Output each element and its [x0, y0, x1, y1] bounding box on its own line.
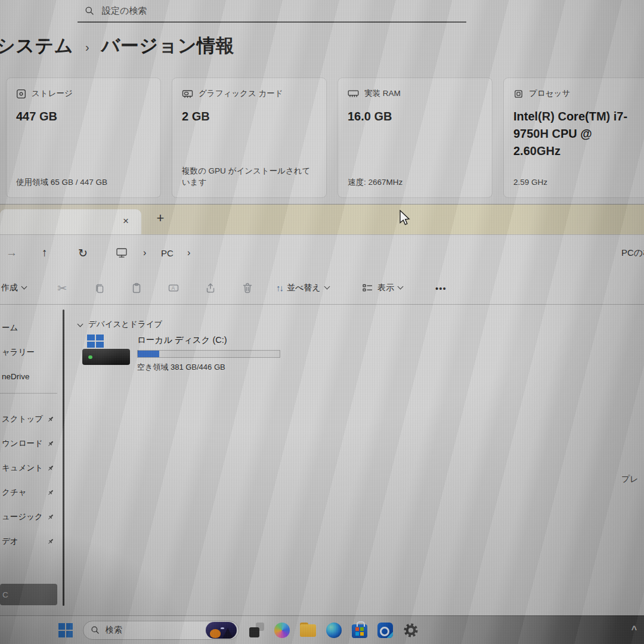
tray-chevron-icon[interactable]: ^	[631, 624, 637, 634]
card-cpu-label: プロセッサ	[529, 88, 570, 99]
sidebar-item-videos[interactable]: デオ	[0, 529, 60, 553]
card-cpu-desc: 2.59 GHz	[513, 177, 642, 188]
card-ram-desc: 速度: 2667MHz	[348, 177, 482, 188]
hdd-icon	[82, 349, 130, 365]
pane-splitter[interactable]	[63, 309, 64, 606]
chevron-down-icon	[21, 284, 27, 290]
refresh-icon[interactable]: ↻	[78, 246, 88, 260]
chevron-down-icon	[324, 284, 330, 290]
sidebar: ーム ャラリー neDrive スクトップ ウンロード キュメント	[0, 315, 60, 553]
microsoft-store-button[interactable]	[352, 624, 367, 638]
store-flag-icon	[355, 627, 364, 636]
new-button-label: 作成	[1, 283, 18, 293]
drive-info: ローカル ディスク (C:) 空き領域 381 GB/446 GB	[137, 335, 280, 373]
explorer-search-input[interactable]: PCの検索	[621, 247, 644, 259]
sidebar-item-gallery[interactable]: ャラリー	[0, 340, 60, 364]
chevron-right-icon[interactable]: ›	[187, 247, 190, 258]
card-storage-header: ストレージ	[16, 88, 151, 99]
devices-and-drives-label: デバイスとドライブ	[88, 319, 162, 330]
task-view-button[interactable]	[249, 623, 264, 637]
forward-icon[interactable]: →	[6, 246, 17, 259]
copy-icon[interactable]	[94, 282, 106, 294]
sidebar-item-pictures[interactable]: クチャ	[0, 480, 60, 504]
drive-usage-bar	[137, 350, 280, 358]
breadcrumb-system[interactable]: システム	[0, 33, 73, 58]
sort-icon: ↑↓	[276, 283, 283, 293]
sidebar-item-label: キュメント	[2, 463, 43, 473]
drive-icon	[82, 335, 130, 371]
drive-name: ローカル ディスク (C:)	[137, 335, 280, 346]
page-title: バージョン情報	[101, 33, 234, 58]
card-ram-header: 実装 RAM	[348, 88, 482, 99]
paste-icon[interactable]	[131, 282, 143, 294]
card-storage: ストレージ 447 GB 使用領域 65 GB / 447 GB	[6, 78, 161, 198]
bing-daily-image[interactable]	[206, 622, 237, 639]
cpu-icon	[513, 89, 524, 99]
sidebar-item-desktop[interactable]: スクトップ	[0, 407, 60, 431]
up-icon[interactable]: ↑	[42, 246, 48, 259]
tab-close-icon[interactable]: ×	[119, 215, 132, 228]
card-ram-value: 16.0 GB	[348, 108, 482, 125]
delete-icon[interactable]	[242, 282, 253, 294]
pin-icon	[47, 440, 54, 447]
pin-icon	[47, 489, 54, 496]
file-explorer-button[interactable]	[300, 624, 316, 637]
devices-and-drives-header[interactable]: デバイスとドライブ	[78, 319, 162, 330]
card-cpu: プロセッサ Intel(R) Core(TM) i7-9750H CPU @ 2…	[503, 78, 644, 198]
drive-c-item[interactable]: ローカル ディスク (C:) 空き領域 381 GB/446 GB	[82, 335, 280, 373]
sidebar-item-label: ャラリー	[2, 347, 35, 358]
sidebar-item-label: クチャ	[2, 487, 26, 498]
chevron-right-icon: ›	[85, 38, 89, 54]
settings-button[interactable]	[403, 623, 419, 638]
cut-icon[interactable]: ✂	[57, 281, 67, 295]
new-button[interactable]: 作成	[1, 283, 26, 293]
card-cpu-value: Intel(R) Core(TM) i7-9750H CPU @ 2.60GHz	[513, 108, 642, 160]
card-gpu-desc: 複数の GPU がインストールされています	[182, 166, 317, 188]
chevron-down-icon	[398, 284, 404, 290]
preview-pane-text: プレ	[621, 474, 644, 485]
card-gpu-label: グラフィックス カード	[199, 88, 283, 99]
copilot-button[interactable]	[274, 623, 290, 638]
sort-button-label: 並べ替え	[287, 283, 321, 293]
card-cpu-header: プロセッサ	[513, 88, 642, 99]
start-button[interactable]	[58, 623, 73, 637]
sidebar-item-onedrive[interactable]: neDrive	[0, 364, 60, 389]
share-icon[interactable]	[205, 282, 216, 294]
tab-pc[interactable]: ×	[0, 209, 141, 234]
search-icon	[85, 6, 94, 16]
taskbar-search[interactable]: 検索	[83, 621, 239, 640]
rename-icon[interactable]: A	[168, 282, 179, 294]
command-bar: 作成 ✂ A ↑↓ 並べ替え 表示 •••	[0, 271, 644, 305]
new-tab-button[interactable]: +	[153, 210, 168, 226]
sidebar-item-pc-selected[interactable]: C	[0, 584, 57, 605]
chevron-right-icon[interactable]: ›	[143, 247, 146, 258]
settings-search-box[interactable]: 設定の検索	[78, 0, 466, 23]
view-button[interactable]: 表示	[362, 283, 402, 293]
taskbar: 検索 ^	[0, 615, 644, 644]
pin-icon	[47, 465, 54, 472]
sidebar-item-label: デオ	[2, 536, 18, 547]
search-icon	[91, 626, 100, 634]
sidebar-item-home[interactable]: ーム	[0, 315, 60, 340]
sidebar-item-music[interactable]: ュージック	[0, 504, 60, 529]
card-gpu-header: グラフィックス カード	[182, 88, 317, 99]
explorer-body: ーム ャラリー neDrive スクトップ ウンロード キュメント	[0, 305, 644, 615]
windows-flag-icon	[87, 335, 104, 348]
sort-button[interactable]: ↑↓ 並べ替え	[276, 283, 329, 293]
edge-button[interactable]	[326, 623, 342, 638]
view-button-label: 表示	[377, 283, 394, 293]
svg-text:A: A	[171, 285, 175, 291]
card-ram: 実装 RAM 16.0 GB 速度: 2667MHz	[338, 78, 493, 198]
sidebar-item-label: neDrive	[2, 372, 30, 381]
sidebar-item-downloads[interactable]: ウンロード	[0, 431, 60, 456]
settings-window: 設定の検索 システム › バージョン情報 ストレージ 447 GB 使用領域 6…	[0, 0, 644, 204]
breadcrumb-pc[interactable]: PC	[161, 248, 174, 258]
sidebar-item-label: ーム	[2, 323, 18, 333]
sidebar-item-documents[interactable]: キュメント	[0, 456, 60, 480]
mouse-cursor	[398, 210, 411, 228]
outlook-button[interactable]	[377, 623, 393, 638]
spec-cards: ストレージ 447 GB 使用領域 65 GB / 447 GB グラフィックス…	[6, 78, 644, 198]
more-options-button[interactable]: •••	[435, 283, 447, 293]
taskbar-search-label: 検索	[106, 625, 200, 636]
pin-icon	[47, 513, 54, 521]
